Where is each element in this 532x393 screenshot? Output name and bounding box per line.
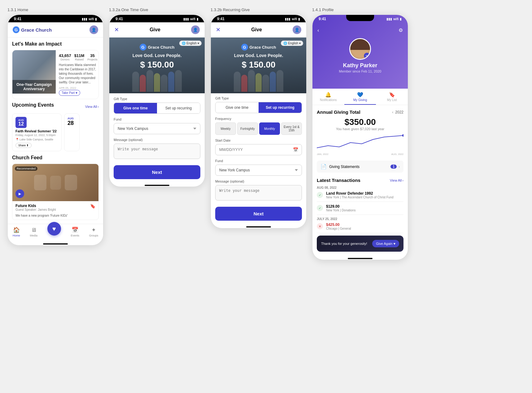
freq-monthly[interactable]: Monthly (259, 122, 280, 135)
notch-give-rec (245, 15, 273, 21)
statements-count-badge: 1 (390, 165, 397, 169)
frequency-label: Frequency (215, 117, 302, 121)
date-group-july: JULY 25, 2022 (317, 217, 403, 221)
campaign-image: One-Year Campaign Anniversary (12, 50, 56, 94)
next-button-rec[interactable]: Next (215, 207, 302, 221)
battery-icon: ▮ (400, 17, 402, 21)
transaction-land-rover[interactable]: ✓ Land Rover Defender 1992 New York | Th… (317, 191, 403, 202)
battery-icon: ▮ (95, 17, 97, 21)
nav-fab-button[interactable]: ♥ (47, 222, 61, 236)
groups-nav-icon: ✦ (91, 227, 96, 233)
nav-groups[interactable]: ✦ Groups (89, 227, 98, 237)
play-button[interactable]: ▶ (15, 189, 24, 198)
stat-projects: 35 Projects (87, 53, 98, 61)
user-avatar-give[interactable]: 👤 (191, 25, 200, 34)
rec-fund-select[interactable]: New York Campus (215, 165, 302, 176)
rec-gift-type-label: Gift Type (215, 96, 302, 100)
donors-num: 43,657 (59, 53, 71, 58)
hero-tagline: Love God. Love People. (133, 53, 182, 58)
give-screen-title: Give (150, 27, 160, 33)
give-again-button[interactable]: Give Again ♥ (372, 240, 399, 247)
event-date-badge: AUG 12 (15, 117, 27, 128)
edit-avatar-button[interactable]: ✏ (364, 53, 370, 59)
take-part-button[interactable]: Take Part ♥ (59, 90, 80, 96)
home-content: Let's Make an Impact One-Year Campaign A… (8, 38, 103, 224)
rec-message-input[interactable] (215, 185, 302, 201)
event-card-1[interactable]: AUG 12 Faith Revival Summer '22 Friday, … (12, 113, 62, 151)
language-badge[interactable]: 🌐 English ▾ (179, 41, 202, 46)
transaction-info-2: $129.00 New York | Donations (326, 204, 403, 212)
document-icon: 📄 (321, 164, 327, 170)
bottom-nav: 🏠 Home 🖥 Media ♥ 📅 Events ✦ Groups (8, 224, 103, 241)
trans-view-all-label: View All (390, 179, 402, 182)
home-nav-icon: 🏠 (13, 227, 20, 233)
giving-statements-row[interactable]: 📄 Giving Statements 1 › (317, 161, 403, 173)
rec-language-label: English (288, 42, 298, 45)
gift-type-label: Gift Type (114, 97, 200, 101)
rec-set-up-recurring-button[interactable]: Set up recurring (259, 102, 302, 113)
fab-heart-icon: ♥ (52, 225, 56, 232)
profile-content: Annual Giving Total ‹ 2022 $350.00 You h… (312, 105, 408, 256)
campaign-card[interactable]: One-Year Campaign Anniversary 43,657 Don… (12, 50, 99, 99)
rec-language-badge[interactable]: 🌐 English ▾ (281, 41, 303, 46)
share-button[interactable]: Share ⬆ (15, 143, 32, 148)
freq-every-15th[interactable]: Every 1st & 15th (281, 122, 302, 135)
nav-media[interactable]: 🖥 Media (30, 227, 38, 237)
events-row: AUG 12 Faith Revival Summer '22 Friday, … (12, 113, 99, 151)
transactions-view-all[interactable]: View All › (390, 179, 403, 182)
close-button[interactable]: ✕ (114, 26, 119, 33)
events-nav-label: Events (71, 234, 79, 237)
nav-events[interactable]: 📅 Events (71, 227, 79, 237)
phone-profile: 9:41 ▮▮▮ wifi ▮ ‹ ⚙ ✏ Kathy Parker (312, 15, 408, 260)
tab-my-list[interactable]: 🔖 My List (376, 89, 408, 105)
tab-my-giving[interactable]: 💙 My Giving (344, 89, 376, 105)
screen-label-home: 1.3.1 Home (7, 7, 103, 12)
transaction-425[interactable]: ✕ $425.00 Chicago | General (317, 223, 403, 233)
status-icons-home: ▮▮▮ wifi ▮ (82, 17, 97, 21)
give-one-time-button[interactable]: Give one time (114, 103, 157, 113)
rec-give-one-time-button[interactable]: Give one time (216, 102, 259, 113)
freq-weekly[interactable]: Weekly (215, 122, 236, 135)
wifi-icon: wifi (190, 17, 195, 21)
bookmark-icon[interactable]: 🔖 (90, 204, 95, 209)
annual-title: Annual Giving Total (317, 109, 360, 115)
back-button[interactable]: ‹ (317, 28, 319, 33)
close-button-rec[interactable]: ✕ (216, 26, 220, 33)
transaction-sub-2: New York | Donations (326, 209, 403, 212)
events-view-all[interactable]: View All › (85, 105, 99, 108)
campaign-info: 43,657 Donors $11M Raised 35 Projects Hu… (56, 50, 99, 99)
notch-profile (346, 15, 374, 21)
home-indicator (43, 243, 68, 245)
feed-info: Future Kids Guest Speaker: James Bright … (12, 201, 98, 214)
transaction-check-icon: ✓ (317, 192, 323, 198)
user-avatar[interactable]: 👤 (89, 25, 98, 34)
status-time-give-one: 9:41 (116, 17, 123, 21)
home-indicator-give-rec (246, 226, 271, 227)
statements-chevron-icon: › (399, 165, 400, 169)
fund-label: Fund (114, 117, 200, 121)
start-date-input[interactable] (215, 144, 302, 155)
tab-notifications[interactable]: 🔔 Notifications (312, 89, 344, 105)
user-avatar-rec[interactable]: 👤 (293, 25, 301, 34)
set-up-recurring-button[interactable]: Set up recurring (157, 103, 200, 113)
next-button-one[interactable]: Next (114, 165, 200, 179)
status-bar-give-rec: 9:41 ▮▮▮ wifi ▮ (211, 15, 306, 22)
give-hero: G Grace Church Love God. Love People. $ … (109, 38, 205, 93)
message-input[interactable] (114, 144, 200, 159)
event-title: Faith Revival Summer '22 (15, 129, 58, 133)
profile-tabs: 🔔 Notifications 💙 My Giving 🔖 My List (312, 89, 408, 105)
prev-year-button[interactable]: ‹ (392, 110, 393, 114)
freq-fortnightly[interactable]: Fortnightly (237, 122, 258, 135)
calendar-icon: 📅 (293, 147, 298, 152)
fund-select[interactable]: New York Campus (114, 123, 200, 134)
donors-label: Donors (59, 58, 71, 61)
annual-header: Annual Giving Total ‹ 2022 (317, 109, 403, 115)
church-feed-card[interactable]: Recommended ▶ Future Kids Guest Speaker:… (12, 164, 99, 220)
stat-raised: $11M Raised (74, 53, 85, 61)
give-form-one: Gift Type Give one time Set up recurring… (109, 93, 205, 183)
transaction-129[interactable]: ✓ $129.00 New York | Donations (317, 204, 403, 215)
giving-total: $350.00 You have given $7,020 last year (317, 117, 403, 131)
nav-home[interactable]: 🏠 Home (13, 227, 20, 237)
settings-icon[interactable]: ⚙ (399, 27, 403, 33)
profile-avatar: ✏ (349, 38, 371, 60)
